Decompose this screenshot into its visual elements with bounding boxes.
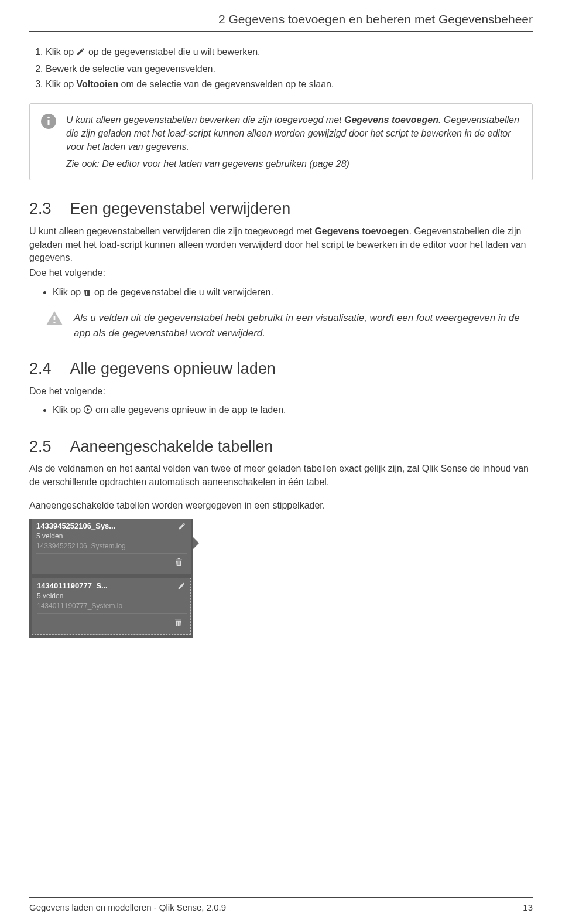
step-3: Klik op Voltooien om de selectie van de … — [46, 78, 533, 91]
concatenated-tables-preview: 1433945252106_Sys... 5 velden 1433945252… — [29, 519, 193, 638]
section-2-5-number: 2.5 — [29, 436, 52, 458]
card2-sub: 5 velden — [37, 591, 187, 601]
card2-title: 1434011190777_S... — [37, 581, 187, 591]
sec23-bullet-b: op de gegevenstabel die u wilt verwijder… — [94, 287, 273, 297]
note-line1-bold: Gegevens toevoegen — [344, 115, 438, 125]
step-3-bold: Voltooien — [76, 79, 118, 89]
sec23-bullet-a: Klik op — [53, 287, 81, 297]
section-2-3-heading: 2.3Een gegevenstabel verwijderen — [29, 198, 533, 220]
sec23-bullets: Klik op op de gegevenstabel die u wilt v… — [29, 286, 533, 300]
reload-icon — [83, 405, 92, 418]
step-1: Klik op op de gegevenstabel die u wilt b… — [46, 46, 533, 60]
pencil-icon — [177, 581, 186, 594]
step-3-text-b: om de selectie van de gegevensvelden op … — [118, 79, 334, 89]
header-rule — [29, 31, 533, 32]
section-2-3-number: 2.3 — [29, 198, 52, 220]
note-line2: Zie ook: De editor voor het laden van ge… — [66, 159, 349, 169]
step-1-text-b: op de gegevenstabel die u wilt bewerken. — [88, 47, 261, 57]
running-header: 2 Gegevens toevoegen en beheren met Gege… — [29, 0, 533, 31]
panel-arrow-icon — [193, 537, 199, 549]
svg-point-4 — [53, 322, 55, 323]
trash-icon — [83, 287, 91, 300]
table-card-1: 1433945252106_Sys... 5 velden 1433945252… — [32, 519, 191, 574]
section-2-4-title: Alle gegevens opnieuw laden — [70, 360, 276, 377]
sec24-do-following: Doe het volgende: — [29, 385, 533, 398]
section-2-3-title: Een gegevenstabel verwijderen — [70, 200, 291, 217]
section-2-4-heading: 2.4Alle gegevens opnieuw laden — [29, 358, 533, 380]
sec24-bullet: Klik op om alle gegevens opnieuw in de a… — [53, 404, 533, 418]
card1-sub: 5 velden — [36, 531, 187, 541]
warning-note: Als u velden uit de gegevenstabel hebt g… — [46, 311, 533, 340]
info-icon — [40, 113, 57, 133]
section-2-5-heading: 2.5Aaneengeschakelde tabellen — [29, 436, 533, 458]
page-footer: Gegevens laden en modelleren - Qlik Sens… — [29, 897, 533, 913]
step-1-text-a: Klik op — [46, 47, 74, 57]
trash-icon — [175, 558, 183, 568]
sec25-p1: Als de veldnamen en het aantal velden va… — [29, 462, 533, 489]
step-3-text-a: Klik op — [46, 79, 76, 89]
warning-icon — [46, 311, 63, 329]
pencil-icon — [76, 47, 85, 60]
card1-trash — [36, 556, 187, 570]
sec24-bullet-b: om alle gegevens opnieuw in de app te la… — [95, 405, 286, 415]
pencil-icon — [178, 521, 186, 534]
card2-divider — [37, 613, 187, 614]
info-note: U kunt alleen gegevenstabellen bewerken … — [29, 103, 533, 181]
svg-point-2 — [47, 116, 50, 118]
numbered-steps: Klik op op de gegevenstabel die u wilt b… — [29, 46, 533, 91]
sec23-paragraph: U kunt alleen gegevenstabellen verwijder… — [29, 225, 533, 264]
sec23-p1-bold: Gegevens toevoegen — [314, 226, 409, 236]
sec25-p2: Aaneengeschakelde tabellen worden weerge… — [29, 499, 533, 512]
note-line1-a: U kunt alleen gegevenstabellen bewerken … — [66, 115, 344, 125]
sec24-bullets: Klik op om alle gegevens opnieuw in de a… — [29, 404, 533, 418]
svg-rect-1 — [48, 120, 50, 125]
sec24-bullet-a: Klik op — [53, 405, 81, 415]
sec23-p1-a: U kunt alleen gegevenstabellen verwijder… — [29, 226, 314, 236]
card1-file: 1433945252106_System.log — [36, 541, 187, 551]
trash-icon — [174, 619, 182, 629]
card2-trash — [37, 616, 187, 630]
table-card-2: 1434011190777_S... 5 velden 143401119077… — [32, 578, 191, 635]
card1-title: 1433945252106_Sys... — [36, 521, 187, 531]
section-2-5-title: Aaneengeschakelde tabellen — [70, 438, 273, 455]
footer-left: Gegevens laden en modelleren - Qlik Sens… — [29, 901, 226, 913]
sec23-do-following: Doe het volgende: — [29, 267, 533, 279]
step-2: Bewerk de selectie van gegevensvelden. — [46, 63, 533, 76]
warning-text: Als u velden uit de gegevenstabel hebt g… — [74, 311, 533, 340]
info-note-text: U kunt alleen gegevenstabellen bewerken … — [66, 113, 522, 171]
footer-page-number: 13 — [523, 901, 533, 913]
card2-file: 1434011190777_System.lo — [37, 601, 187, 611]
card1-divider — [36, 553, 187, 554]
section-2-4-number: 2.4 — [29, 358, 52, 380]
svg-rect-3 — [54, 316, 56, 320]
sec23-bullet: Klik op op de gegevenstabel die u wilt v… — [53, 286, 533, 300]
footer-rule — [29, 897, 533, 898]
